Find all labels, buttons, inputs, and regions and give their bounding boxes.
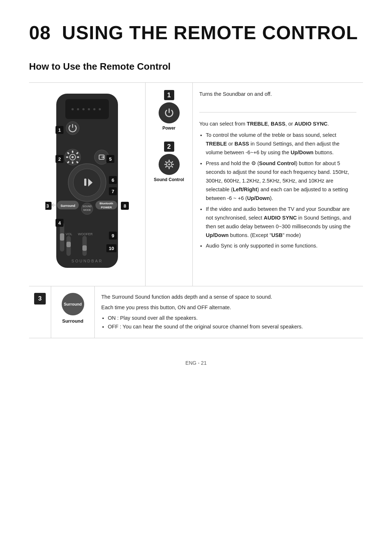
svg-point-29 [73, 169, 101, 196]
svg-rect-54 [66, 242, 71, 247]
power-icon-circle [159, 102, 180, 123]
svg-rect-69 [172, 164, 174, 165]
svg-text:7: 7 [111, 189, 114, 194]
sound-control-icon-circle [159, 154, 180, 175]
svg-point-3 [77, 108, 79, 110]
sound-control-label: Sound Control [154, 177, 184, 182]
svg-rect-16 [66, 156, 68, 158]
bullet-2-1: To control the volume of the treble or b… [206, 131, 356, 157]
svg-rect-49 [60, 233, 64, 241]
svg-rect-30 [84, 179, 86, 186]
svg-text:WOOFER: WOOFER [78, 232, 93, 236]
svg-text:SOUND: SOUND [82, 205, 91, 208]
svg-point-4 [82, 108, 85, 110]
svg-rect-17 [77, 156, 79, 158]
surround-row: 3 Surround Surround The Surround Sound f… [29, 286, 363, 338]
item-2-intro: You can select from TREBLE, BASS, or AUD… [199, 120, 356, 128]
gear-icon [162, 157, 176, 172]
svg-text:POWER: POWER [101, 206, 112, 209]
section-title: How to Use the Remote Control [29, 61, 363, 72]
remote-section: 1 2 [29, 82, 363, 338]
svg-text:2: 2 [58, 156, 61, 162]
surround-button-text: Surround [64, 302, 82, 306]
item-1-desc: Turns the Soundbar on and off. [199, 90, 356, 113]
svg-rect-57 [82, 245, 87, 251]
surround-button-icon: Surround [62, 293, 84, 315]
surround-label: Surround [62, 318, 83, 324]
power-icon [162, 106, 176, 120]
svg-rect-68 [164, 164, 166, 165]
surround-bullet-1: ON : Play sound over all the speakers. [108, 314, 356, 323]
surround-bullet-2: OFF : You can hear the sound of the orig… [108, 323, 356, 331]
power-label: Power [162, 126, 175, 131]
svg-point-13 [72, 156, 74, 158]
svg-rect-14 [72, 151, 73, 153]
item-1: 1 Power [149, 90, 189, 131]
svg-rect-66 [168, 160, 170, 162]
svg-text:4: 4 [58, 220, 61, 226]
badge-3: 3 [34, 293, 46, 304]
remote-diagram: 1 2 [45, 90, 129, 279]
badge-1: 1 [164, 90, 174, 100]
surround-desc-2: Each time you press this button, ON and … [101, 303, 356, 312]
surround-icon-col: Surround Surround [51, 286, 94, 338]
descriptions-col: Turns the Soundbar on and off. You can s… [192, 83, 363, 286]
svg-text:1: 1 [58, 127, 61, 133]
svg-text:10: 10 [109, 246, 114, 251]
svg-point-8 [66, 122, 79, 135]
bullet-2-3: If the video and audio between the TV an… [206, 205, 356, 240]
surround-desc-col: The Surround Sound function adds depth a… [94, 286, 363, 338]
item-2-desc: You can select from TREBLE, BASS, or AUD… [199, 120, 356, 250]
svg-text:Surround: Surround [61, 204, 75, 208]
svg-point-6 [93, 108, 95, 110]
svg-text:VOL: VOL [66, 232, 72, 236]
svg-rect-67 [168, 167, 170, 169]
svg-rect-15 [72, 162, 73, 164]
svg-text:Bluetooth: Bluetooth [99, 202, 113, 205]
item-1-text: Turns the Soundbar on and off. [199, 90, 356, 98]
svg-text:MODE: MODE [83, 209, 91, 211]
svg-point-5 [88, 108, 90, 110]
main-row: 1 2 [29, 83, 363, 286]
page-footer: ENG - 21 [29, 360, 363, 366]
item-2-bullets: To control the volume of the treble or b… [206, 131, 356, 250]
svg-text:SOUNDBAR: SOUNDBAR [72, 259, 103, 263]
surround-bullets: ON : Play sound over all the speakers. O… [108, 314, 356, 331]
svg-text:9: 9 [111, 233, 114, 238]
svg-text:8: 8 [123, 203, 126, 209]
item-2: 2 Sound C [149, 142, 189, 182]
surround-num-col: 3 [29, 286, 51, 338]
svg-text:6: 6 [111, 177, 114, 183]
bullet-2-4: Audio Sync is only supported in some fun… [206, 242, 356, 250]
svg-text:3: 3 [46, 203, 49, 209]
svg-point-7 [99, 108, 101, 110]
remote-image-col: 1 2 [29, 83, 145, 286]
svg-point-2 [72, 108, 74, 110]
page-title: 08 USING THE REMOTE CONTROL [29, 22, 363, 44]
bullet-2-2: Press and hold the ⚙ (Sound Control) but… [206, 159, 356, 203]
item-list-col: 1 Power 2 [145, 83, 192, 286]
surround-desc-1: The Surround Sound function adds depth a… [101, 293, 356, 301]
svg-point-65 [168, 164, 170, 165]
badge-2: 2 [164, 142, 174, 152]
svg-text:5: 5 [109, 156, 111, 162]
